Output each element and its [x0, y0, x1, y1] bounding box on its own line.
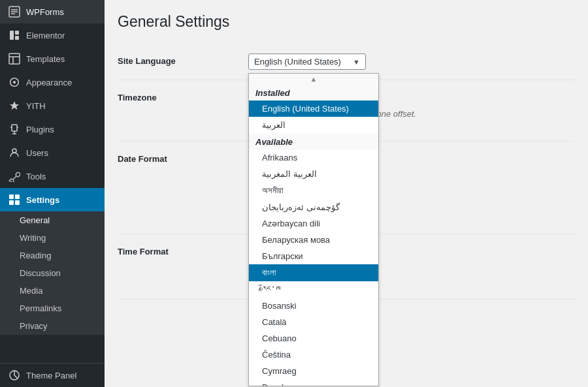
- elementor-icon: [8, 29, 21, 42]
- option-bn[interactable]: বাংলা: [249, 264, 378, 281]
- svg-rect-20: [15, 200, 20, 205]
- option-ceb[interactable]: Cebuano: [249, 330, 378, 347]
- option-bg[interactable]: Български: [249, 248, 378, 264]
- sidebar-item-templates-label: Templates: [26, 54, 65, 64]
- site-language-label: Site Language: [118, 54, 248, 66]
- sidebar-item-wpforms[interactable]: WPForms: [0, 0, 105, 23]
- svg-rect-19: [9, 200, 14, 205]
- sidebar-item-templates[interactable]: Templates: [0, 47, 105, 70]
- chevron-down-icon: ▼: [353, 58, 360, 66]
- sidebar-item-plugins[interactable]: Plugins: [0, 117, 105, 141]
- sidebar-item-appearance-label: Appearance: [26, 78, 72, 87]
- site-language-field: English (United States) ▼ ▲ Installed En…: [248, 54, 575, 70]
- option-ca[interactable]: Català: [249, 314, 378, 330]
- option-as[interactable]: অসমীয়া: [249, 182, 378, 199]
- sidebar-item-plugins-label: Plugins: [26, 125, 54, 134]
- settings-icon: [8, 193, 21, 206]
- main-content: General Settings Site Language English (…: [105, 0, 588, 387]
- svg-point-16: [12, 149, 16, 153]
- sidebar-bottom: Theme Panel: [0, 363, 105, 387]
- sidebar-item-users[interactable]: Users: [0, 141, 105, 164]
- option-ar[interactable]: العربية: [249, 117, 378, 133]
- svg-rect-6: [15, 36, 19, 40]
- date-format-label: Date Format: [118, 151, 248, 164]
- svg-rect-17: [9, 194, 14, 199]
- settings-submenu: General Writing Reading Discussion Media…: [0, 211, 105, 335]
- appearance-icon: [8, 76, 21, 89]
- site-language-dropdown-wrapper: English (United States) ▼ ▲ Installed En…: [248, 54, 366, 70]
- svg-rect-7: [9, 54, 20, 64]
- site-language-selected-value: English (United States): [254, 57, 341, 67]
- option-bo[interactable]: རྫོང་ཁ: [249, 281, 378, 298]
- sidebar-item-theme-panel[interactable]: Theme Panel: [0, 364, 105, 387]
- option-be[interactable]: Беларуская мова: [249, 232, 378, 248]
- svg-point-10: [13, 81, 16, 84]
- svg-rect-5: [15, 31, 19, 35]
- option-az-tr[interactable]: Azərbaycan dili: [249, 215, 378, 232]
- option-bs[interactable]: Bosanski: [249, 298, 378, 314]
- installed-group-label: Installed: [249, 84, 378, 101]
- theme-panel-label: Theme Panel: [26, 371, 76, 380]
- time-format-label: Time Format: [118, 244, 248, 256]
- option-af[interactable]: Afrikaans: [249, 149, 378, 166]
- sidebar-item-settings[interactable]: Settings General Writing Reading Discuss…: [0, 188, 105, 335]
- submenu-item-privacy[interactable]: Privacy: [0, 317, 105, 335]
- users-icon: [8, 146, 21, 159]
- svg-rect-18: [15, 194, 20, 199]
- wpforms-icon: [8, 5, 21, 18]
- scroll-up-indicator: ▲: [249, 74, 378, 84]
- sidebar-item-elementor[interactable]: Elementor: [0, 23, 105, 47]
- sidebar-item-tools-label: Tools: [26, 172, 46, 181]
- option-cs[interactable]: Čeština: [249, 347, 378, 363]
- site-language-dropdown-list[interactable]: ▲ Installed English (United States) العر…: [248, 73, 379, 386]
- tools-icon: [8, 170, 21, 183]
- submenu-item-permalinks[interactable]: Permalinks: [0, 300, 105, 317]
- plugins-icon: [8, 123, 21, 136]
- theme-panel-icon: [8, 369, 21, 382]
- option-cy[interactable]: Cymraeg: [249, 363, 378, 379]
- option-en-us[interactable]: English (United States): [249, 101, 378, 117]
- page-title: General Settings: [118, 13, 575, 31]
- option-da[interactable]: Dansk: [249, 379, 378, 386]
- sidebar-item-wpforms-label: WPForms: [26, 7, 64, 17]
- sidebar-item-appearance[interactable]: Appearance: [0, 70, 105, 94]
- sidebar-item-tools[interactable]: Tools: [0, 164, 105, 188]
- submenu-item-media[interactable]: Media: [0, 282, 105, 300]
- site-language-select[interactable]: English (United States) ▼: [248, 54, 366, 70]
- yith-icon: [8, 99, 21, 112]
- sidebar-item-elementor-label: Elementor: [26, 31, 65, 40]
- sidebar-item-yith[interactable]: YITH: [0, 94, 105, 117]
- sidebar: WPForms Elementor Templates Appearance Y…: [0, 0, 105, 387]
- option-ar-ma[interactable]: العربية المغربية: [249, 166, 378, 182]
- submenu-item-general[interactable]: General: [0, 211, 105, 229]
- submenu-item-discussion[interactable]: Discussion: [0, 264, 105, 282]
- settings-label: Settings: [26, 195, 59, 205]
- sidebar-item-users-label: Users: [26, 148, 48, 158]
- sidebar-item-yith-label: YITH: [26, 101, 46, 111]
- timezone-label: Timezone: [118, 90, 248, 102]
- submenu-item-reading[interactable]: Reading: [0, 247, 105, 264]
- svg-rect-4: [10, 31, 14, 40]
- option-az-goc[interactable]: گۆچمەنی ئەزەربایجان: [249, 199, 378, 215]
- submenu-item-writing[interactable]: Writing: [0, 229, 105, 247]
- available-group-label: Available: [249, 133, 378, 149]
- site-language-row: Site Language English (United States) ▼ …: [118, 44, 575, 80]
- templates-icon: [8, 52, 21, 65]
- svg-rect-11: [12, 125, 17, 131]
